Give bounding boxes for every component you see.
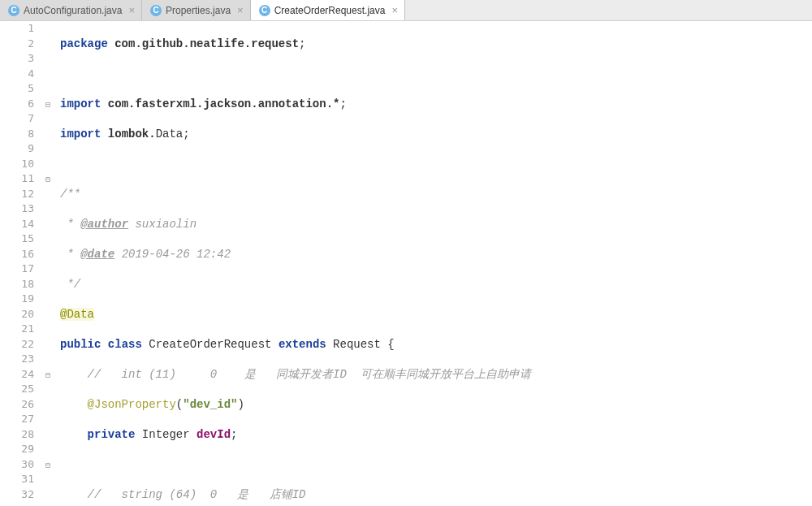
line-number: 1 xyxy=(0,21,34,37)
line-number: 11 xyxy=(0,171,34,187)
fold-marker xyxy=(45,412,57,427)
fold-gutter: ⊟ ⊟ ⊟ ⊟ xyxy=(45,21,57,506)
line-number: 13 xyxy=(0,201,34,217)
editor[interactable]: 1234567891011121314151617181920212223242… xyxy=(0,21,812,506)
fold-marker xyxy=(45,427,57,443)
code-line: @Data xyxy=(60,307,812,322)
code-line: * @author suxiaolin xyxy=(60,217,812,232)
code-line: public class CreateOrderRequest extends … xyxy=(60,337,812,352)
code-line: * @date 2019-04-26 12:42 xyxy=(60,247,812,262)
line-number: 18 xyxy=(0,277,34,292)
close-icon[interactable]: × xyxy=(237,4,244,16)
fold-marker xyxy=(45,217,57,232)
code-line: /** xyxy=(60,187,812,202)
tab-createorderrequest[interactable]: C CreateOrderRequest.java × xyxy=(251,0,405,20)
fold-marker xyxy=(45,442,57,457)
line-number: 22 xyxy=(0,337,34,352)
code-line: // string (64) 0 是 店铺ID xyxy=(60,487,812,503)
fold-marker xyxy=(45,187,57,202)
line-number: 14 xyxy=(0,217,34,232)
fold-marker[interactable]: ⊟ xyxy=(45,367,57,383)
tab-autoconfiguration[interactable]: C AutoConfiguration.java × xyxy=(0,0,142,20)
line-number: 29 xyxy=(0,442,34,457)
code-line: package com.github.neatlife.request; xyxy=(60,37,812,52)
close-icon[interactable]: × xyxy=(128,4,135,16)
fold-marker xyxy=(45,247,57,262)
tab-label: CreateOrderRequest.java xyxy=(274,5,386,16)
fold-marker xyxy=(45,67,57,82)
tab-label: Properties.java xyxy=(166,5,231,16)
java-class-icon: C xyxy=(150,5,162,16)
line-number: 25 xyxy=(0,382,34,397)
fold-marker xyxy=(45,37,57,52)
fold-marker[interactable]: ⊟ xyxy=(45,171,57,187)
fold-marker xyxy=(45,277,57,292)
collapse-icon[interactable]: ⊟ xyxy=(45,98,54,106)
line-number: 2 xyxy=(0,37,34,52)
line-number: 27 xyxy=(0,412,34,427)
code-area[interactable]: package com.github.neatlife.request; imp… xyxy=(57,21,812,506)
fold-marker[interactable]: ⊟ xyxy=(45,97,57,112)
collapse-icon[interactable]: ⊟ xyxy=(45,459,54,467)
fold-marker xyxy=(45,487,57,503)
code-line xyxy=(60,457,812,473)
code-line: import com.fasterxml.jackson.annotation.… xyxy=(60,97,812,112)
line-number: 24 xyxy=(0,367,34,383)
line-number: 3 xyxy=(0,51,34,67)
line-number: 7 xyxy=(0,111,34,127)
fold-marker xyxy=(45,201,57,217)
fold-marker xyxy=(45,397,57,413)
fold-marker xyxy=(45,111,57,127)
line-number: 10 xyxy=(0,157,34,172)
line-number: 16 xyxy=(0,247,34,262)
fold-marker xyxy=(45,21,57,37)
fold-marker xyxy=(45,157,57,172)
fold-marker xyxy=(45,81,57,97)
line-number: 21 xyxy=(0,322,34,337)
code-line: */ xyxy=(60,277,812,292)
tab-properties[interactable]: C Properties.java × xyxy=(142,0,251,20)
line-number: 20 xyxy=(0,307,34,322)
fold-marker xyxy=(45,322,57,337)
line-number: 23 xyxy=(0,352,34,367)
code-line xyxy=(60,157,812,172)
fold-marker xyxy=(45,307,57,322)
close-icon[interactable]: × xyxy=(391,4,398,16)
line-number: 19 xyxy=(0,292,34,307)
line-number: 32 xyxy=(0,487,34,503)
code-line: // int (11) 0 是 同城开发者ID 可在顺丰同城开放平台上自助申请 xyxy=(60,367,812,383)
fold-marker xyxy=(45,472,57,487)
line-number: 26 xyxy=(0,397,34,413)
line-number: 8 xyxy=(0,127,34,142)
java-class-icon: C xyxy=(259,5,270,16)
fold-marker xyxy=(45,382,57,397)
collapse-icon[interactable]: ⊟ xyxy=(45,369,54,377)
code-line: @JsonProperty("dev_id") xyxy=(60,397,812,413)
line-number: 28 xyxy=(0,427,34,443)
fold-marker xyxy=(45,292,57,307)
fold-marker xyxy=(45,141,57,157)
java-class-icon: C xyxy=(8,5,19,16)
line-number-gutter: 1234567891011121314151617181920212223242… xyxy=(0,21,45,506)
line-number: 9 xyxy=(0,141,34,157)
line-number: 31 xyxy=(0,472,34,487)
code-line: private Integer devId; xyxy=(60,427,812,443)
fold-marker xyxy=(45,127,57,142)
tab-label: AutoConfiguration.java xyxy=(24,5,122,16)
fold-marker[interactable]: ⊟ xyxy=(45,457,57,473)
line-number: 17 xyxy=(0,262,34,277)
line-number: 5 xyxy=(0,81,34,97)
line-number: 15 xyxy=(0,231,34,247)
line-number: 30 xyxy=(0,457,34,473)
code-line: import lombok.Data; xyxy=(60,127,812,142)
line-number: 4 xyxy=(0,67,34,82)
fold-marker xyxy=(45,231,57,247)
fold-marker xyxy=(45,51,57,67)
line-number: 12 xyxy=(0,187,34,202)
fold-marker xyxy=(45,337,57,352)
tab-bar: C AutoConfiguration.java × C Properties.… xyxy=(0,0,812,21)
code-line xyxy=(60,67,812,82)
collapse-icon[interactable]: ⊟ xyxy=(45,173,54,181)
fold-marker xyxy=(45,262,57,277)
line-number: 6 xyxy=(0,97,34,112)
